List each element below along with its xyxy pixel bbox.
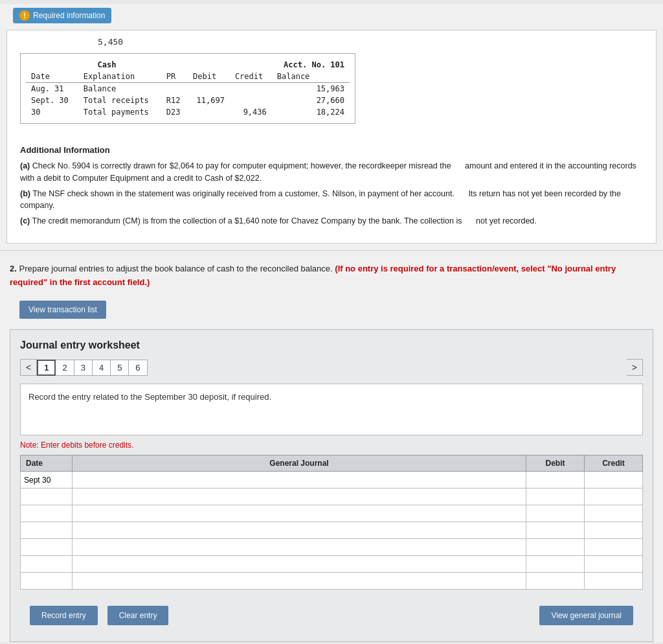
transaction-btn-area: View transaction list bbox=[0, 295, 663, 329]
journal-row-1 bbox=[21, 489, 643, 505]
row5-credit-input[interactable] bbox=[585, 556, 642, 572]
row1-explanation: Balance bbox=[78, 83, 161, 95]
row4-journal-cell bbox=[73, 539, 526, 556]
row1-date-input[interactable] bbox=[21, 489, 72, 505]
row6-credit-input[interactable] bbox=[585, 573, 642, 589]
row4-debit-input[interactable] bbox=[526, 539, 584, 555]
row1-journal-cell bbox=[73, 489, 526, 505]
row4-date-input[interactable] bbox=[21, 539, 72, 555]
row0-journal-cell bbox=[73, 472, 526, 489]
pagination: < 1 2 3 4 5 6 > bbox=[20, 359, 643, 376]
row5-debit-cell bbox=[526, 556, 585, 573]
row6-debit-input[interactable] bbox=[526, 573, 584, 589]
row3-credit-cell bbox=[585, 522, 643, 539]
col-credit: Credit bbox=[230, 71, 272, 83]
row1-debit-input[interactable] bbox=[526, 489, 584, 505]
note-text: Note: Enter debits before credits. bbox=[20, 441, 643, 450]
page-4[interactable]: 4 bbox=[93, 360, 111, 376]
row1-credit-cell bbox=[585, 489, 643, 505]
clear-entry-button[interactable]: Clear entry bbox=[107, 606, 169, 625]
question-text: 2. Prepare journal entries to adjust the… bbox=[10, 262, 653, 290]
info-b-label: (b) bbox=[20, 189, 30, 198]
view-general-journal-button[interactable]: View general journal bbox=[539, 606, 633, 625]
page-3[interactable]: 3 bbox=[74, 360, 93, 376]
row3-debit bbox=[188, 106, 230, 118]
row0-journal-input[interactable] bbox=[73, 472, 526, 488]
row1-credit-input[interactable] bbox=[585, 489, 642, 505]
row2-debit-input[interactable] bbox=[526, 505, 584, 522]
journal-row-2 bbox=[21, 505, 643, 522]
row2-debit: 11,697 bbox=[188, 95, 230, 106]
row3-pr: D23 bbox=[161, 106, 188, 118]
row4-date-cell bbox=[21, 539, 73, 556]
additional-info: Additional Information (a) Check No. 590… bbox=[20, 145, 643, 227]
ledger-outer: Cash Acct. No. 101 Date Explanation PR D… bbox=[20, 53, 355, 124]
row0-credit-cell bbox=[585, 472, 643, 489]
journal-table-header: Date General Journal Debit Credit bbox=[21, 455, 643, 472]
journal-row-3 bbox=[21, 522, 643, 539]
row1-pr bbox=[161, 83, 188, 95]
th-debit: Debit bbox=[526, 455, 585, 472]
row6-date-input[interactable] bbox=[21, 573, 72, 589]
row2-date-cell bbox=[21, 505, 73, 522]
row2-credit-input[interactable] bbox=[585, 505, 642, 522]
view-transaction-button[interactable]: View transaction list bbox=[19, 301, 106, 319]
col-pr: PR bbox=[161, 71, 188, 83]
row3-debit-input[interactable] bbox=[526, 522, 584, 538]
page-5[interactable]: 5 bbox=[111, 360, 129, 376]
row1-date-cell bbox=[21, 489, 73, 505]
page-6[interactable]: 6 bbox=[129, 360, 147, 376]
row3-date: 30 bbox=[26, 106, 78, 118]
journal-table: Date General Journal Debit Credit bbox=[20, 455, 643, 590]
row5-debit-input[interactable] bbox=[526, 556, 584, 572]
row6-date-cell bbox=[21, 573, 73, 590]
page-1[interactable]: 1 bbox=[37, 360, 56, 376]
row2-explanation: Total receipts bbox=[78, 95, 161, 106]
page-2[interactable]: 2 bbox=[56, 360, 74, 376]
row5-date-cell bbox=[21, 556, 73, 573]
row4-credit-input[interactable] bbox=[585, 539, 642, 555]
ledger-account-name: Cash bbox=[26, 59, 188, 71]
additional-info-heading: Additional Information bbox=[20, 145, 643, 155]
row0-date-cell bbox=[21, 472, 73, 489]
row2-balance: 27,660 bbox=[272, 95, 350, 106]
row1-journal-input[interactable] bbox=[73, 489, 526, 505]
row5-date-input[interactable] bbox=[21, 556, 72, 572]
th-credit: Credit bbox=[585, 455, 643, 472]
row1-debit bbox=[188, 83, 230, 95]
row3-balance: 18,224 bbox=[272, 106, 350, 118]
row1-credit bbox=[230, 83, 272, 95]
row3-debit-cell bbox=[526, 522, 585, 539]
row0-credit-input[interactable] bbox=[585, 472, 642, 488]
record-entry-button[interactable]: Record entry bbox=[30, 606, 98, 625]
row4-credit-cell bbox=[585, 539, 643, 556]
journal-row-5 bbox=[21, 556, 643, 573]
worksheet-container: Journal entry worksheet < 1 2 3 4 5 6 > … bbox=[10, 329, 653, 642]
question-section: 2. Prepare journal entries to adjust the… bbox=[0, 256, 663, 296]
row6-journal-input[interactable] bbox=[73, 573, 526, 589]
info-a-continued: amount and entered it in the accounting … bbox=[20, 161, 636, 183]
exclamation-icon: ! bbox=[19, 10, 30, 21]
row3-journal-input[interactable] bbox=[73, 522, 526, 538]
ledger-col-header: Date Explanation PR Debit Credit Balance bbox=[26, 71, 350, 83]
row3-date-input[interactable] bbox=[21, 522, 72, 538]
info-item-c: (c) The credit memorandum (CM) is from t… bbox=[20, 215, 643, 227]
entry-description-text: Record the entry related to the Septembe… bbox=[28, 392, 271, 402]
row3-credit: 9,436 bbox=[230, 106, 272, 118]
row0-date-input[interactable] bbox=[21, 472, 72, 488]
row4-journal-input[interactable] bbox=[73, 539, 526, 555]
row0-debit-cell bbox=[526, 472, 585, 489]
next-page-button[interactable]: > bbox=[627, 359, 643, 376]
row5-credit-cell bbox=[585, 556, 643, 573]
row6-credit-cell bbox=[585, 573, 643, 590]
row2-debit-cell bbox=[526, 505, 585, 522]
row3-credit-input[interactable] bbox=[585, 522, 642, 538]
row2-date-input[interactable] bbox=[21, 505, 72, 522]
row0-debit-input[interactable] bbox=[526, 472, 584, 488]
row2-journal-input[interactable] bbox=[73, 505, 526, 522]
prev-page-button[interactable]: < bbox=[20, 359, 37, 376]
info-item-b: (b) The NSF check shown in the statement… bbox=[20, 188, 643, 213]
col-debit: Debit bbox=[188, 71, 230, 83]
row5-journal-input[interactable] bbox=[73, 556, 526, 572]
journal-row-4 bbox=[21, 539, 643, 556]
